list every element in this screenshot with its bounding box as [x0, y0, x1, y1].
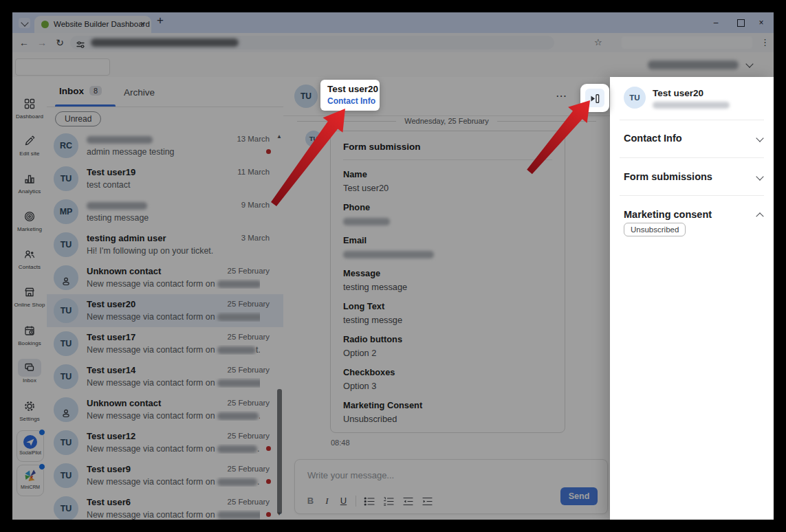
- open-panel-button[interactable]: [580, 84, 609, 112]
- section-form-submissions[interactable]: Form submissions: [624, 168, 763, 186]
- contact-name: Test user20: [327, 84, 380, 94]
- unsubscribed-badge: Unsubscribed: [624, 223, 686, 236]
- chevron-down-icon: [756, 134, 763, 142]
- divider: [620, 120, 764, 120]
- contact-avatar: TU: [624, 87, 646, 109]
- section-marketing-consent[interactable]: Marketing consent: [624, 206, 763, 223]
- dim-overlay-left: [12, 77, 610, 520]
- contact-callout[interactable]: Test user20 Contact Info: [320, 80, 380, 111]
- blurred-contact-email: [653, 102, 730, 109]
- chevron-down-icon: [756, 173, 763, 180]
- side-panel-toggle-icon: [585, 89, 604, 107]
- dim-overlay-top: [12, 12, 774, 77]
- contact-info-panel: TU Test user20 Contact Info Form submiss…: [610, 77, 774, 520]
- divider: [620, 157, 764, 158]
- screenshot-root: { "glyphs": { "back": "←", "forward": "→…: [0, 0, 786, 532]
- contact-name: Test user20: [653, 88, 703, 98]
- contact-info-link[interactable]: Contact Info: [327, 96, 380, 106]
- divider: [620, 195, 764, 196]
- chevron-up-icon: [756, 212, 763, 220]
- section-contact-info[interactable]: Contact Info: [624, 129, 763, 147]
